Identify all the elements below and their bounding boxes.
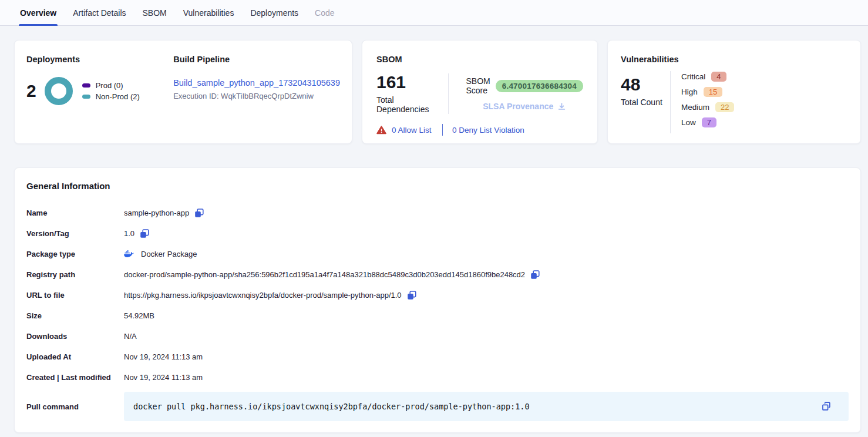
deployments-total-count: 2 (26, 82, 36, 100)
execution-id: Execution ID: WqkTiIbBRqecQrpDtZwniw (173, 92, 340, 100)
package-type-value: Docker Package (141, 250, 197, 258)
tab-vulnerabilities[interactable]: Vulnerabilities (182, 0, 235, 25)
registry-path-label: Registry path (26, 270, 124, 279)
downloads-label: Downloads (26, 332, 124, 341)
summary-cards-row: Deployments 2 Prod (0) Non-Prod (2) (14, 40, 861, 144)
row-size: Size 54.92MB (26, 305, 849, 326)
download-icon (557, 102, 566, 111)
low-count-badge: 7 (702, 117, 716, 127)
row-pull-command: Pull command docker pull pkg.harness.io/… (26, 392, 849, 421)
high-count-badge: 15 (704, 87, 722, 97)
copy-icon[interactable] (140, 229, 149, 238)
sbom-score-badge: 6.470017636684304 (496, 80, 583, 92)
vulnerabilities-total-label: Total Count (621, 98, 670, 107)
name-label: Name (26, 209, 124, 217)
package-type-label: Package type (26, 250, 124, 258)
row-created-modified: Created | Last modified Nov 19, 2024 11:… (26, 367, 849, 388)
build-pipeline-link[interactable]: Build_sample_python_app_1732043105639 (173, 78, 340, 88)
deployments-legend: Prod (0) Non-Prod (2) (82, 79, 140, 103)
row-version-tag: Version/Tag 1.0 (26, 223, 849, 244)
copy-icon[interactable] (194, 209, 204, 218)
pull-command-copy-icon[interactable] (821, 401, 832, 412)
severity-row-low: Low 7 (681, 117, 734, 128)
version-tag-value: 1.0 (124, 229, 134, 238)
sbom-total-label: Total Dependencies (376, 95, 448, 114)
docker-whale-icon (124, 250, 134, 258)
deny-list-link[interactable]: 0 Deny List Violation (452, 126, 524, 135)
medium-label: Medium (681, 103, 709, 112)
prod-label: Prod (0) (96, 81, 123, 90)
severity-row-medium: Medium 22 (681, 102, 734, 113)
severity-row-critical: Critical 4 (681, 71, 734, 82)
critical-count-badge: 4 (711, 72, 726, 82)
row-uploaded-at: Uploaded At Nov 19, 2024 11:13 am (26, 347, 849, 367)
medium-count-badge: 22 (715, 102, 734, 112)
tab-overview[interactable]: Overview (19, 0, 58, 25)
tab-sbom[interactable]: SBOM (142, 0, 168, 25)
legend-item-prod: Prod (0) (82, 81, 140, 90)
size-label: Size (26, 311, 124, 320)
pull-command-value: docker pull pkg.harness.io/ikpsjoavtcwxn… (133, 402, 530, 411)
low-label: Low (681, 118, 696, 127)
general-information-rows: Name sample-python-app Version/Tag 1.0 (26, 203, 849, 421)
slsa-provenance-label: SLSA Provenance (483, 102, 553, 111)
slsa-provenance-link[interactable]: SLSA Provenance (466, 102, 583, 111)
sbom-card: SBOM 161 Total Dependencies SBOM Score 6… (362, 40, 598, 144)
copy-icon[interactable] (407, 291, 416, 300)
vulnerabilities-total-count: 48 (621, 76, 670, 93)
sbom-total-count: 161 (376, 73, 448, 91)
name-value: sample-python-app (124, 209, 189, 217)
row-url-to-file: URL to file https://pkg.harness.io/ikpsj… (26, 285, 849, 305)
row-downloads: Downloads N/A (26, 326, 849, 347)
deployments-section: Deployments 2 Prod (0) Non-Prod (2) (26, 55, 162, 129)
warning-triangle-icon (376, 126, 386, 135)
row-name: Name sample-python-app (26, 203, 849, 223)
uploaded-at-label: Uploaded At (26, 352, 124, 361)
sbom-links-separator (442, 124, 443, 136)
registry-path-value: docker-prod/sample-python-app/sha256:596… (124, 270, 525, 279)
pull-command-code-block: docker pull pkg.harness.io/ikpsjoavtcwxn… (124, 392, 849, 421)
nonprod-label: Non-Prod (2) (96, 92, 140, 101)
critical-label: Critical (681, 72, 705, 81)
size-value: 54.92MB (124, 311, 154, 320)
deployments-donut-chart (45, 77, 73, 105)
prod-swatch (82, 83, 90, 88)
general-information-card: General Information Name sample-python-a… (14, 167, 861, 433)
row-package-type: Package type Docker Package (26, 244, 849, 264)
pull-command-label: Pull command (26, 402, 124, 411)
vulnerabilities-title: Vulnerabilities (621, 55, 847, 64)
sbom-title: SBOM (376, 55, 583, 64)
overview-content: Deployments 2 Prod (0) Non-Prod (2) (0, 26, 868, 433)
tab-code: Code (314, 0, 335, 25)
url-to-file-value: https://pkg.harness.io/ikpsjoavtcwxnqisy… (124, 291, 402, 300)
version-tag-label: Version/Tag (26, 229, 124, 238)
allow-list-link[interactable]: 0 Allow List (392, 126, 432, 135)
url-to-file-label: URL to file (26, 291, 124, 300)
created-modified-value: Nov 19, 2024 11:13 am (124, 373, 203, 382)
row-registry-path: Registry path docker-prod/sample-python-… (26, 264, 849, 285)
legend-item-nonprod: Non-Prod (2) (82, 92, 140, 101)
downloads-value: N/A (124, 332, 137, 341)
build-pipeline-title: Build Pipeline (173, 55, 340, 64)
uploaded-at-value: Nov 19, 2024 11:13 am (124, 352, 203, 361)
severity-row-high: High 15 (681, 86, 734, 98)
sbom-metric: 161 Total Dependencies (376, 73, 448, 114)
tab-artifact-details[interactable]: Artifact Details (72, 0, 127, 25)
high-label: High (681, 88, 698, 96)
nonprod-swatch (82, 95, 90, 99)
vulnerabilities-card: Vulnerabilities 48 Total Count Critical … (607, 40, 861, 144)
tab-deployments[interactable]: Deployments (249, 0, 300, 25)
created-modified-label: Created | Last modified (26, 373, 124, 382)
general-information-title: General Information (26, 181, 849, 191)
sbom-score-label: SBOM Score (466, 76, 490, 95)
deployments-title: Deployments (26, 55, 162, 64)
tab-bar: Overview Artifact Details SBOM Vulnerabi… (0, 0, 868, 26)
severity-list: Critical 4 High 15 Medium 22 Low 7 (671, 71, 734, 133)
copy-icon[interactable] (530, 270, 540, 280)
deployments-card: Deployments 2 Prod (0) Non-Prod (2) (14, 40, 352, 144)
vulnerabilities-metric: 48 Total Count (621, 71, 670, 133)
build-pipeline-section: Build Pipeline Build_sample_python_app_1… (162, 55, 340, 129)
